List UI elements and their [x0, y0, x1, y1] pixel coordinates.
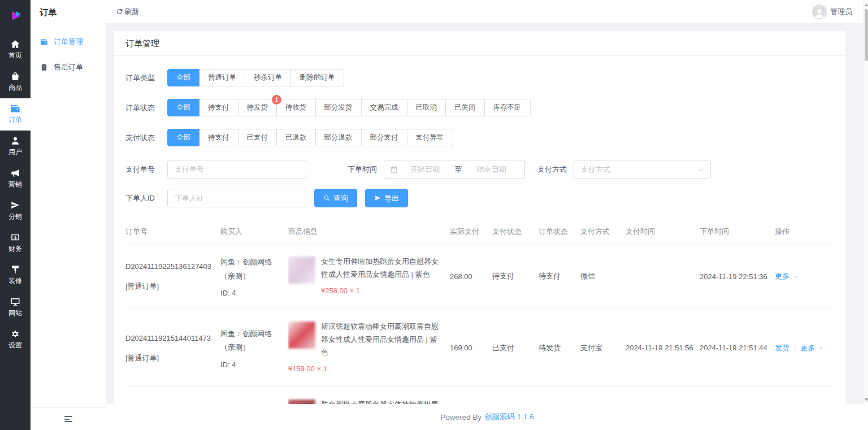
pay-status: 待支付: [492, 260, 539, 293]
sidebar-item-monitor[interactable]: 网站: [0, 292, 31, 324]
filter-order-status-3[interactable]: 待收货: [276, 99, 316, 116]
filter-order-status-2[interactable]: 待发货1: [238, 99, 277, 116]
order-time-range-picker[interactable]: 开始日期 至 结束日期: [384, 160, 525, 179]
refresh-label: 刷新: [124, 7, 139, 17]
action-separator: |: [794, 344, 796, 352]
app-window: 首页商品订单用户营销分销财务装修网站设置 订单 订单管理售后订单 刷新 管理员 …: [0, 0, 868, 430]
filter-pay-status-5[interactable]: 部分支付: [361, 129, 407, 146]
sidebar-item-plane[interactable]: 分销: [0, 195, 31, 227]
buyer-id-input[interactable]: [167, 189, 306, 207]
filter-pay-status-0[interactable]: 全部: [167, 129, 199, 146]
order-time: 2024-11-19 22:51:36: [700, 261, 775, 292]
filter-order-status-1[interactable]: 待支付: [199, 99, 238, 116]
submenu-item-wallet[interactable]: 订单管理: [31, 29, 106, 54]
filter-order-status-4[interactable]: 部分发货: [315, 99, 362, 116]
sidebar-item-brush[interactable]: 装修: [0, 259, 31, 292]
action-ship-link[interactable]: 发货: [775, 343, 789, 353]
submenu-item-clipboard[interactable]: 售后订单: [31, 54, 106, 80]
export-button[interactable]: 导出: [365, 189, 408, 207]
page-title: 订单管理: [114, 31, 845, 56]
column-header: 支付时间: [626, 221, 700, 244]
powered-by-text: Powered By: [440, 413, 481, 422]
order-status-label: 订单状态: [125, 103, 160, 113]
money-icon: [10, 232, 20, 242]
filter-pay-status-1[interactable]: 待支付: [199, 129, 238, 146]
export-icon: [374, 194, 381, 202]
table-row: D20241119213804364244[普通订单]闲鱼：创颜网络（亲测）ID…: [125, 387, 834, 404]
filter-button-label: 待收货: [285, 103, 307, 111]
filter-order-status-6[interactable]: 已取消: [407, 99, 446, 116]
pay-status-group: 全部待支付已支付已退款部分退款部分支付支付异常: [167, 129, 453, 146]
filter-row-actions: 下单人ID 查询 导出: [125, 189, 834, 207]
pay-time: [626, 265, 700, 288]
sidebar-item-user[interactable]: 用户: [0, 131, 31, 163]
brand-link[interactable]: 创颜源码 1.1.6: [484, 412, 534, 422]
filter-pay-status-3[interactable]: 已退款: [276, 129, 316, 146]
column-header: 实际支付: [450, 221, 492, 244]
action-more-link[interactable]: 更多: [775, 271, 799, 281]
sidebar-item-label: 网站: [8, 309, 22, 318]
table-row: D20241119225136127403[普通订单]闲鱼：创颜网络（亲测）ID…: [125, 244, 834, 309]
scroll-up-arrow[interactable]: [863, 1, 868, 8]
submenu-item-label: 订单管理: [54, 37, 83, 47]
sidebar-item-label: 用户: [8, 147, 22, 157]
search-button-label: 查询: [333, 193, 348, 203]
sidebar-item-money[interactable]: 财务: [0, 227, 31, 259]
sidebar-item-home[interactable]: 首页: [0, 34, 31, 66]
order-type-tag: [普通订单]: [125, 281, 215, 292]
refresh-button[interactable]: 刷新: [116, 7, 139, 17]
search-button[interactable]: 查询: [314, 189, 357, 207]
clipboard-icon: [40, 63, 48, 71]
scrollbar-thumb[interactable]: [865, 9, 868, 61]
admin-menu[interactable]: 管理员: [812, 5, 852, 19]
order-time: 2024-11-19 21:51:44: [700, 332, 775, 363]
filter-pay-status-4[interactable]: 部分退款: [315, 129, 362, 146]
pay-type-label: 支付方式: [537, 164, 567, 175]
submenu-title: 订单: [31, 0, 106, 24]
sidebar-item-wallet[interactable]: 订单: [0, 98, 31, 131]
sidebar-item-bag[interactable]: 商品: [0, 66, 31, 98]
pay-type-select[interactable]: 支付方式: [574, 160, 711, 179]
buyer-cell: 闲鱼：创颜网络（亲测）ID: 4: [220, 244, 288, 309]
actual-pay: 268.00: [450, 261, 492, 292]
sidebar-item-megaphone[interactable]: 营销: [0, 163, 31, 195]
actual-pay: 169.00: [450, 332, 492, 363]
submenu-panel: 订单 订单管理售后订单: [31, 0, 106, 430]
scroll-down-arrow[interactable]: [863, 396, 868, 403]
filter-order-type-3[interactable]: 删除的订单: [290, 69, 344, 86]
column-header: 支付状态: [492, 221, 539, 244]
filter-order-type-1[interactable]: 普通订单: [199, 69, 245, 86]
filter-pay-status-6[interactable]: 支付异常: [407, 129, 453, 146]
chevron-down-icon: [817, 344, 824, 351]
pay-no-input[interactable]: [167, 160, 306, 179]
product-cell: 斯汉德超软震动棒女用高潮双震自慰器女性成人性爱用品女情趣用品 | 紫色¥159.…: [288, 309, 450, 386]
product-info: 女生专用伸缩加热跳蛋女用自慰器女性成人性爱用品女情趣用品 | 紫色¥258.00…: [288, 255, 444, 297]
filter-order-status-7[interactable]: 已关闭: [445, 99, 485, 116]
sidebar-item-label: 订单: [8, 115, 22, 125]
action-more-link[interactable]: 更多: [800, 343, 824, 353]
product-cell: 女生专用伸缩加热跳蛋女用自慰器女性成人性爱用品女情趣用品 | 紫色¥258.00…: [288, 244, 450, 309]
filter-order-status-5[interactable]: 交易完成: [361, 99, 407, 116]
order-time-label: 下单时间: [348, 164, 377, 175]
filter-button-label: 待发货: [247, 103, 268, 111]
sidebar-item-gear[interactable]: 设置: [0, 324, 31, 356]
product-info: 肤色倒模大屁股名器实体娃娃倒模男用情趣成人性用品飞机杯自慰器 | 贝丝（10斤）…: [288, 398, 444, 404]
filter-order-status-8[interactable]: 库存不足: [484, 99, 531, 116]
filter-order-type-0[interactable]: 全部: [167, 69, 199, 86]
action-label: 更多: [775, 271, 789, 281]
action-label: 发货: [775, 343, 789, 353]
filter-order-type-2[interactable]: 秒杀订单: [245, 69, 291, 86]
collapse-sidebar-button[interactable]: [31, 407, 106, 430]
calendar-icon: [390, 166, 398, 173]
card-body: 订单类型 全部普通订单秒杀订单删除的订单 订单状态 全部待支付待发货1待收货部分…: [114, 56, 845, 404]
monitor-icon: [10, 297, 20, 307]
chevron-down-icon: [697, 166, 705, 173]
filter-order-status-0[interactable]: 全部: [167, 99, 199, 116]
pay-type: 支付宝: [580, 332, 626, 364]
column-header: 购买人: [220, 221, 288, 244]
app-logo[interactable]: [0, 0, 31, 31]
content-area: 订单管理 订单类型 全部普通订单秒杀订单删除的订单 订单状态 全部待支付待发货1…: [106, 24, 868, 404]
filter-row-inputs: 支付单号 下单时间 开始日期 至 结束日期 支付方式 支付方式: [125, 160, 834, 179]
filter-pay-status-2[interactable]: 已支付: [238, 129, 277, 146]
order-type-group: 全部普通订单秒杀订单删除的订单: [167, 69, 344, 86]
